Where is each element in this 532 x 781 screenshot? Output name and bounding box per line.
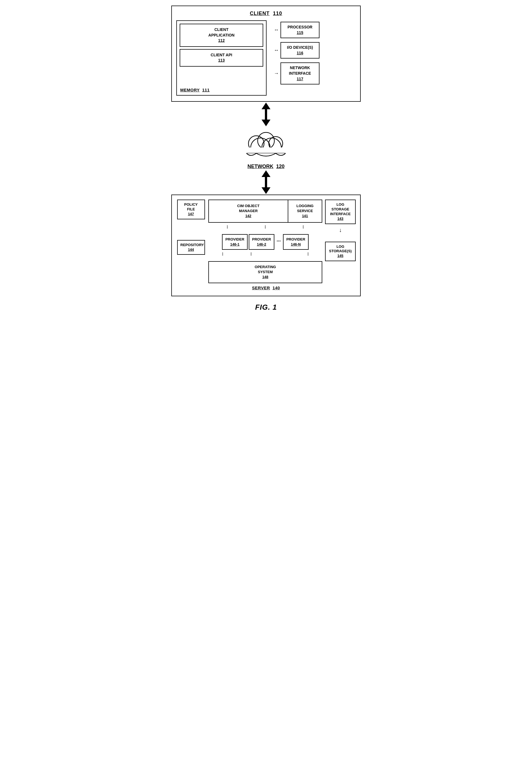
prov-arrow-2: ↕ xyxy=(250,251,252,257)
provider-n-num: 146-N xyxy=(291,242,301,246)
processor-num: 115 xyxy=(297,30,303,35)
ls-label: LOGSTORAGE(S) xyxy=(328,244,353,254)
cim-down-arrows: ↕ ↕ ↕ xyxy=(208,223,322,231)
arrow-bottom-1 xyxy=(262,120,270,126)
client-app-num: 112 xyxy=(218,38,224,43)
io-label: I/O DEVICE(S) xyxy=(285,45,315,50)
cim-arrow-1: ↕ xyxy=(226,224,229,230)
cloud-icon xyxy=(238,127,294,160)
provider-2-box: PROVIDER 146-2 xyxy=(249,234,274,250)
network-interface-box: NETWORKINTERFACE 117 xyxy=(280,63,319,84)
client-application-box: CLIENTAPPLICATION 112 xyxy=(180,24,263,47)
processor-label: PROCESSOR xyxy=(285,25,315,30)
network-to-server-arrow xyxy=(171,169,361,195)
client-num: 110 xyxy=(273,11,282,16)
network-interface-row: → NETWORKINTERFACE 117 xyxy=(272,63,356,84)
memory-label: MEMORY 111 xyxy=(180,87,210,92)
cim-logging-row: CIM OBJECTMANAGER 142 LOGGINGSERVICE 141 xyxy=(208,200,322,223)
log-storages-box: LOGSTORAGE(S) 145 xyxy=(325,242,356,261)
client-to-network-arrow xyxy=(171,102,361,127)
io-device-row: ↔ I/O DEVICE(S) 116 xyxy=(272,42,356,58)
cloud-wrapper: NETWORK 120 xyxy=(238,127,294,169)
providers-row: PROVIDER 146-1 PROVIDER 146-2 ... PROVID… xyxy=(208,234,322,250)
svg-point-3 xyxy=(258,132,274,149)
os-box: OPERATINGSYSTEM 148 xyxy=(208,261,322,283)
server-inner: POLICYFILE 147 REPOSITORY 144 CIM OBJECT… xyxy=(176,200,356,283)
processor-arrow: ↔ xyxy=(274,27,279,33)
lsi-down-arrow: ↓ xyxy=(339,227,342,233)
lsi-label: LOG STORAGEINTERFACE xyxy=(328,202,353,216)
policy-file-box: POLICYFILE 147 xyxy=(177,200,205,219)
provider-2-num: 146-2 xyxy=(257,242,266,246)
server-right: LOG STORAGEINTERFACE 143 ↓ LOGSTORAGE(S)… xyxy=(325,200,356,261)
arrow-shaft-1 xyxy=(265,109,267,120)
ni-label: NETWORKINTERFACE xyxy=(285,65,315,76)
arrow-bottom-2 xyxy=(262,187,270,194)
memory-section: CLIENTAPPLICATION 112 CLIENT API 113 MEM… xyxy=(176,20,267,95)
repo-num: 144 xyxy=(188,248,194,252)
log-storage-interface-box: LOG STORAGEINTERFACE 143 xyxy=(325,200,356,224)
io-num: 116 xyxy=(297,51,303,55)
ni-num: 117 xyxy=(297,77,303,81)
prov-arrow-1: ↕ xyxy=(221,251,224,257)
dbl-arrow-2 xyxy=(258,170,274,194)
prov-arrow-3: ↕ xyxy=(307,251,309,257)
right-section: ↔ PROCESSOR 115 ↔ I/O DEVICE(S) 116 xyxy=(267,20,356,95)
ls-num: 145 xyxy=(337,254,344,258)
client-api-label: CLIENT API xyxy=(184,52,259,58)
provider-1-label: PROVIDER xyxy=(225,237,244,242)
client-box: CLIENT 110 CLIENTAPPLICATION 112 CLIENT … xyxy=(171,6,361,102)
arrow-top-2 xyxy=(262,170,270,177)
provider-2-label: PROVIDER xyxy=(252,237,271,242)
figure-caption: FIG. 1 xyxy=(255,303,277,312)
os-num: 148 xyxy=(262,275,268,279)
ni-arrow: → xyxy=(274,71,279,76)
page-container: CLIENT 110 CLIENTAPPLICATION 112 CLIENT … xyxy=(160,6,372,312)
cim-arrow-2: ↕ xyxy=(264,224,267,230)
server-middle: CIM OBJECTMANAGER 142 LOGGINGSERVICE 141… xyxy=(208,200,322,283)
client-app-label: CLIENTAPPLICATION xyxy=(184,27,259,38)
os-label: OPERATINGSYSTEM xyxy=(212,264,319,275)
dbl-arrow-1 xyxy=(258,102,274,126)
arrow-top-1 xyxy=(262,102,270,109)
repo-label: REPOSITORY xyxy=(180,243,202,248)
client-api-box: CLIENT API 113 xyxy=(180,49,263,67)
network-label: NETWORK 120 xyxy=(247,164,284,169)
processor-row: ↔ PROCESSOR 115 xyxy=(272,22,356,38)
lsi-num: 143 xyxy=(337,216,344,221)
logging-label: LOGGINGSERVICE xyxy=(291,203,319,213)
policy-num: 147 xyxy=(188,212,194,216)
logging-box: LOGGINGSERVICE 141 xyxy=(288,200,322,222)
provider-1-num: 146-1 xyxy=(230,242,239,246)
provider-down-arrows: ↕ ↕ ↕ ↕ xyxy=(208,250,322,258)
server-title: SERVER 140 xyxy=(176,285,356,290)
network-container: NETWORK 120 xyxy=(171,127,361,169)
io-device-box: I/O DEVICE(S) 116 xyxy=(280,42,319,58)
repository-box: REPOSITORY 144 xyxy=(177,240,205,255)
server-left: POLICYFILE 147 REPOSITORY 144 xyxy=(176,200,206,255)
cim-num: 142 xyxy=(246,214,252,218)
logging-num: 141 xyxy=(302,214,308,218)
provider-n-box: PROVIDER 146-N xyxy=(283,234,309,250)
client-content: CLIENTAPPLICATION 112 CLIENT API 113 MEM… xyxy=(176,20,356,95)
provider-1-box: PROVIDER 146-1 xyxy=(222,234,248,250)
client-title: CLIENT 110 xyxy=(176,11,356,16)
cim-arrow-3: ↕ xyxy=(302,224,304,230)
client-title-text: CLIENT xyxy=(250,11,270,16)
provider-n-label: PROVIDER xyxy=(286,237,305,242)
cim-label: CIM OBJECTMANAGER xyxy=(212,203,285,213)
server-box: POLICYFILE 147 REPOSITORY 144 CIM OBJECT… xyxy=(171,195,361,296)
client-api-num: 113 xyxy=(218,58,224,63)
processor-box: PROCESSOR 115 xyxy=(280,22,319,38)
arrow-shaft-2 xyxy=(265,177,267,187)
io-arrow: ↔ xyxy=(274,47,279,53)
policy-label: POLICYFILE xyxy=(180,202,202,212)
cim-box: CIM OBJECTMANAGER 142 xyxy=(209,200,288,222)
dots-separator: ... xyxy=(275,234,282,243)
